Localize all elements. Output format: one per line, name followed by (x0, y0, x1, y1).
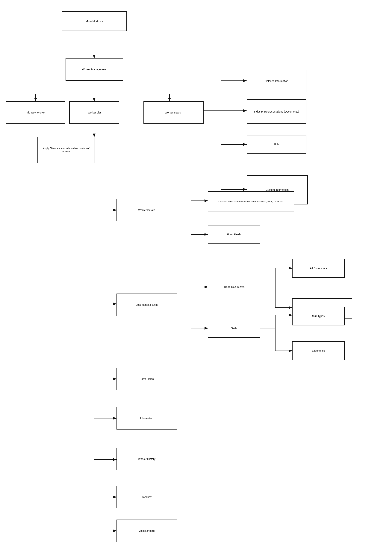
detailed-worker-info-label: Detailed Worker Information Name, Addres… (218, 200, 284, 203)
detailed-information-label: Detailed Information (265, 79, 288, 83)
worker-management-label: Worker Management (82, 68, 106, 71)
add-new-worker-box: Add New Worker (6, 101, 65, 124)
worker-management-box: Worker Management (66, 58, 123, 81)
worker-details-box: Worker Details (117, 199, 177, 221)
all-documents-box: All Documents (292, 259, 345, 278)
miscellaneous-label: Miscellaneous (138, 529, 155, 532)
documents-skills-box: Documents & Skills (117, 294, 177, 316)
skill-types-label: Skill Types (312, 314, 325, 318)
worker-search-label: Worker Search (165, 111, 182, 114)
industry-representations-label: Industry Representations (Documents) (254, 110, 299, 113)
trade-documents-label: Trade Documents (224, 285, 245, 289)
apply-filters-label: Apply Filters -type of info to view - st… (39, 147, 93, 153)
information-box: Information (117, 407, 177, 429)
add-new-worker-label: Add New Worker (26, 111, 46, 114)
miscellaneous-box: Miscellaneous (117, 520, 177, 542)
skills-top-label: Skills (273, 143, 280, 146)
worker-list-box: Worker List (69, 101, 119, 124)
worker-details-label: Worker Details (138, 208, 155, 212)
skills-top-box: Skills (247, 135, 306, 154)
worker-search-box: Worker Search (143, 101, 203, 124)
form-fields-box: Form Fields (117, 368, 177, 390)
skills-bottom-label: Skills (231, 327, 237, 330)
tool-box-box: Tool box (117, 486, 177, 508)
main-modules-label: Main Modules (86, 19, 103, 23)
information-label: Information (140, 417, 153, 420)
detailed-information-box: Detailed Information (247, 70, 306, 92)
trade-documents-box: Trade Documents (208, 278, 260, 296)
worker-history-box: Worker History (117, 448, 177, 470)
main-modules-box: Main Modules (62, 11, 127, 31)
detailed-worker-info-box: Detailed Worker Information Name, Addres… (208, 191, 294, 212)
form-fields-label: Form Fields (140, 377, 154, 381)
all-documents-label: All Documents (310, 267, 327, 270)
experience-label: Experience (312, 349, 325, 352)
documents-skills-label: Documents & Skills (135, 303, 158, 306)
experience-box: Experience (292, 341, 345, 360)
worker-list-label: Worker List (88, 111, 101, 114)
form-fields-worker-label: Form Fields (227, 233, 241, 236)
tool-box-label: Tool box (142, 495, 152, 499)
industry-representations-box: Industry Representations (Documents) (247, 99, 306, 124)
skill-types-box: Skill Types (292, 307, 345, 325)
worker-history-label: Worker History (138, 457, 155, 461)
custom-information-label: Custom Information (266, 188, 289, 191)
apply-filters-box: Apply Filters -type of info to view - st… (37, 137, 95, 163)
form-fields-worker-box: Form Fields (208, 225, 260, 244)
skills-bottom-box: Skills (208, 319, 260, 338)
